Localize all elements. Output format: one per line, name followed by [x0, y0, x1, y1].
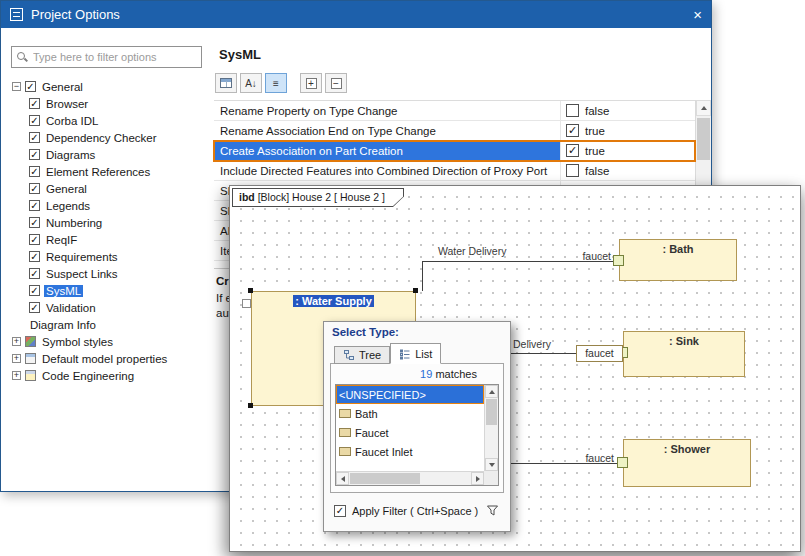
- expand-icon[interactable]: +: [12, 371, 21, 380]
- sort-alphabetically-button[interactable]: A↓: [240, 73, 262, 93]
- checkbox[interactable]: ✓: [566, 124, 579, 137]
- tree-item-code-engineering[interactable]: + Code Engineering: [9, 367, 209, 384]
- scrollbar-thumb[interactable]: [350, 473, 420, 484]
- tree-item-diagram-info[interactable]: Diagram Info: [9, 316, 209, 333]
- checkbox[interactable]: ✓: [29, 251, 40, 262]
- collapse-icon[interactable]: −: [12, 82, 21, 91]
- checkbox[interactable]: ✓: [29, 285, 40, 296]
- scrollbar-thumb[interactable]: [486, 399, 497, 425]
- selection-handle[interactable]: [248, 403, 253, 408]
- list-item-unspecified[interactable]: <UNSPECIFIED>: [336, 385, 484, 404]
- tree-item-label: Element References: [44, 166, 152, 178]
- list-vertical-scrollbar[interactable]: [484, 385, 498, 471]
- tree-item-legends[interactable]: ✓ Legends: [9, 197, 209, 214]
- expand-icon[interactable]: +: [12, 337, 21, 346]
- connector-label[interactable]: Water Delivery: [438, 245, 506, 257]
- checkbox[interactable]: ✓: [29, 234, 40, 245]
- list-item-faucet-inlet[interactable]: Faucet Inlet: [336, 442, 484, 461]
- apply-filter-row: ✓ Apply Filter ( Ctrl+Space ): [334, 505, 478, 517]
- tree-item-label: Suspect Links: [44, 268, 120, 280]
- options-tree: − ✓ General ✓ Browser ✓ Corba IDL ✓ Depe…: [9, 78, 209, 384]
- close-icon[interactable]: ×: [693, 7, 702, 22]
- checkbox[interactable]: ✓: [29, 115, 40, 126]
- diagram-frame-header[interactable]: ibd [Block] House 2 [ House 2 ]: [232, 188, 404, 207]
- filter-input[interactable]: [33, 51, 196, 63]
- collapse-all-button[interactable]: −: [325, 73, 347, 93]
- tree-item-dependency-checker[interactable]: ✓ Dependency Checker: [9, 129, 209, 146]
- checkbox[interactable]: ✓: [29, 183, 40, 194]
- checkbox[interactable]: ✓: [29, 200, 40, 211]
- filter-options-box[interactable]: [11, 46, 202, 68]
- filter-funnel-icon[interactable]: [486, 504, 499, 520]
- part-sink[interactable]: : Sink: [623, 331, 745, 377]
- port-label[interactable]: faucet: [569, 250, 611, 262]
- tree-item-label: Symbol styles: [40, 336, 115, 348]
- scrollbar-thumb[interactable]: [697, 118, 710, 160]
- part-shower[interactable]: : Shower: [623, 439, 751, 487]
- tree-item-diagrams[interactable]: ✓ Diagrams: [9, 146, 209, 163]
- option-property: Create Association on Part Creation: [214, 141, 560, 160]
- port-label-box[interactable]: faucet: [576, 345, 623, 362]
- tree-item-corba-idl[interactable]: ✓ Corba IDL: [9, 112, 209, 129]
- scroll-up-button[interactable]: [696, 100, 711, 116]
- selection-handle[interactable]: [248, 288, 253, 293]
- tab-tree[interactable]: Tree: [334, 346, 390, 364]
- selection-handle[interactable]: [413, 288, 418, 293]
- tree-item-validation[interactable]: ✓ Validation: [9, 299, 209, 316]
- checkbox[interactable]: ✓: [29, 268, 40, 279]
- tree-item-reqif[interactable]: ✓ ReqIF: [9, 231, 209, 248]
- tree-item-general-root[interactable]: − ✓ General: [9, 78, 209, 95]
- scroll-down-button[interactable]: [485, 458, 498, 471]
- checkbox[interactable]: [566, 104, 579, 117]
- expand-icon[interactable]: +: [12, 354, 21, 363]
- apply-filter-checkbox[interactable]: ✓: [334, 505, 346, 517]
- option-row[interactable]: Rename Association End on Type Change ✓ …: [214, 121, 695, 141]
- list-item-faucet[interactable]: Faucet: [336, 423, 484, 442]
- categorized-view-button[interactable]: [215, 73, 237, 93]
- port-faucet-bath[interactable]: [613, 255, 624, 266]
- scroll-left-button[interactable]: [336, 472, 349, 485]
- connector-label[interactable]: Delivery: [513, 338, 551, 350]
- connector-water-delivery-bath[interactable]: [422, 261, 423, 291]
- part-name-editing[interactable]: : Water Supply: [293, 295, 374, 307]
- checkbox[interactable]: ✓: [29, 149, 40, 160]
- tree-item-general[interactable]: ✓ General: [9, 180, 209, 197]
- checkbox[interactable]: ✓: [29, 302, 40, 313]
- compartment-toggle-icon[interactable]: [242, 299, 251, 308]
- code-engineering-icon: [25, 370, 36, 381]
- scroll-up-button[interactable]: [485, 385, 498, 398]
- tree-item-suspect-links[interactable]: ✓ Suspect Links: [9, 265, 209, 282]
- tree-item-numbering[interactable]: ✓ Numbering: [9, 214, 209, 231]
- dialog-title-bar[interactable]: Project Options ×: [1, 1, 711, 28]
- option-row-create-association[interactable]: Create Association on Part Creation ✓ tr…: [214, 141, 695, 161]
- checkbox[interactable]: ✓: [29, 217, 40, 228]
- option-row[interactable]: Rename Property on Type Change false: [214, 101, 695, 121]
- tree-item-requirements[interactable]: ✓ Requirements: [9, 248, 209, 265]
- checkbox[interactable]: ✓: [29, 132, 40, 143]
- expand-all-button[interactable]: +: [300, 73, 322, 93]
- option-value: true: [585, 125, 605, 137]
- option-row[interactable]: Include Directed Features into Combined …: [214, 161, 695, 181]
- tab-list[interactable]: List: [390, 343, 441, 364]
- checkbox[interactable]: ✓: [29, 166, 40, 177]
- tree-item-default-model-properties[interactable]: + Default model properties: [9, 350, 209, 367]
- scroll-right-button[interactable]: [471, 472, 484, 485]
- matches-count: 19 matches: [420, 368, 477, 380]
- list-item-bath[interactable]: Bath: [336, 404, 484, 423]
- list-horizontal-scrollbar[interactable]: [336, 471, 484, 485]
- port-faucet-shower[interactable]: [617, 457, 628, 468]
- checkbox[interactable]: ✓: [566, 144, 579, 157]
- arrow-up-icon: [489, 390, 495, 394]
- tree-item-symbol-styles[interactable]: + Symbol styles: [9, 333, 209, 350]
- tree-item-sysml[interactable]: ✓ SysML: [9, 282, 209, 299]
- port-label[interactable]: faucet: [572, 452, 614, 464]
- checkbox[interactable]: [566, 164, 579, 177]
- part-bath[interactable]: : Bath: [619, 239, 737, 281]
- tree-item-browser[interactable]: ✓ Browser: [9, 95, 209, 112]
- part-name: : Sink: [669, 335, 699, 347]
- checkbox[interactable]: ✓: [29, 98, 40, 109]
- show-description-button[interactable]: ≡: [265, 73, 287, 93]
- option-property: Rename Association End on Type Change: [214, 121, 560, 140]
- tree-item-element-references[interactable]: ✓ Element References: [9, 163, 209, 180]
- checkbox[interactable]: ✓: [25, 81, 36, 92]
